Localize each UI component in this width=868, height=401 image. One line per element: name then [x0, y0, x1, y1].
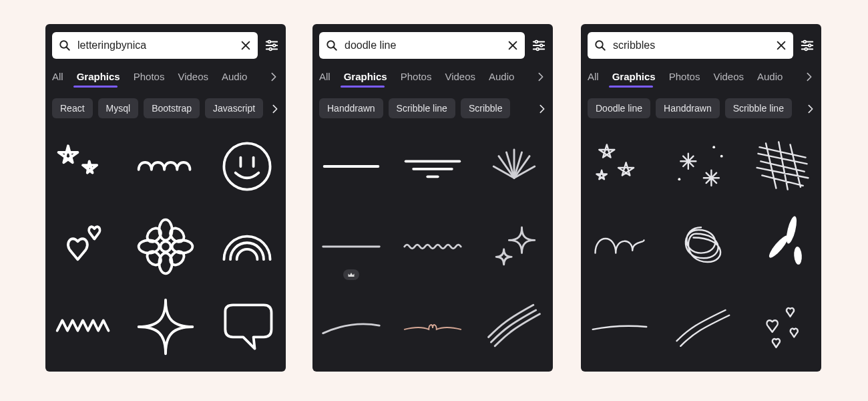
svg-point-9	[269, 48, 272, 51]
result-sketchy-stars[interactable]	[588, 134, 652, 198]
result-tangle-ball[interactable]	[669, 215, 733, 279]
chevron-right-icon[interactable]	[804, 72, 815, 82]
tab-all[interactable]: All	[52, 71, 63, 82]
result-burst-lines[interactable]	[482, 134, 546, 198]
result-flower-doodle[interactable]	[134, 215, 198, 279]
svg-line-23	[333, 47, 337, 50]
svg-line-33	[602, 47, 605, 50]
search-row	[52, 32, 279, 59]
chip[interactable]: React	[52, 98, 93, 118]
chevron-right-icon[interactable]	[805, 104, 816, 114]
svg-point-41	[805, 48, 807, 51]
result-sparkle-dots[interactable]	[669, 134, 733, 198]
result-speech-bubble[interactable]	[215, 295, 279, 359]
search-input[interactable]	[343, 39, 507, 52]
search-icon	[326, 39, 338, 51]
chip[interactable]: Scribble line	[389, 98, 455, 118]
search-input[interactable]	[76, 39, 240, 52]
result-thin-line[interactable]	[319, 215, 383, 279]
suggestion-chips: Handdrawn Scribble line Scribble	[319, 98, 546, 118]
search-row	[588, 32, 815, 59]
results-grid	[52, 134, 279, 359]
category-tabs: All Graphics Photos Videos Audio	[588, 71, 815, 82]
clear-icon[interactable]	[507, 40, 518, 51]
tab-graphics[interactable]: Graphics	[77, 71, 120, 82]
filter-button[interactable]	[800, 38, 815, 53]
svg-point-19	[168, 225, 187, 245]
results-grid	[588, 134, 815, 359]
result-rainbow-doodle[interactable]	[215, 215, 279, 279]
result-wave-lines[interactable]	[482, 295, 546, 359]
svg-point-7	[268, 41, 271, 43]
result-dash-burst[interactable]	[750, 215, 815, 279]
chip[interactable]: Mysql	[98, 98, 139, 118]
chevron-right-icon[interactable]	[268, 72, 279, 82]
chevron-right-icon[interactable]	[537, 104, 548, 114]
search-box[interactable]	[52, 32, 258, 59]
result-hearts-cluster[interactable]	[750, 295, 815, 359]
result-squiggle-line[interactable]	[401, 215, 465, 279]
result-brush-line[interactable]	[319, 134, 383, 198]
tab-videos[interactable]: Videos	[713, 71, 744, 82]
search-box[interactable]	[319, 32, 525, 59]
svg-point-10	[224, 143, 270, 189]
chip[interactable]: Scribble line	[725, 98, 792, 118]
chip[interactable]: Handdrawn	[656, 98, 720, 118]
chevron-right-icon[interactable]	[535, 72, 546, 82]
tab-videos[interactable]: Videos	[178, 71, 208, 82]
tab-photos[interactable]: Photos	[401, 71, 432, 82]
svg-point-44	[678, 178, 680, 180]
tab-all[interactable]: All	[319, 71, 331, 82]
tab-audio[interactable]: Audio	[489, 71, 514, 82]
category-tabs: All Graphics Photos Videos Audio	[319, 71, 546, 82]
result-sparkle-stars[interactable]	[482, 215, 546, 279]
tab-graphics[interactable]: Graphics	[344, 71, 387, 82]
search-icon	[59, 39, 71, 51]
chip[interactable]: Bootstrap	[144, 98, 200, 118]
svg-point-43	[720, 155, 723, 158]
filter-button[interactable]	[531, 38, 546, 53]
suggestion-chips: React Mysql Bootstrap Javascript	[52, 98, 279, 118]
tab-all[interactable]: All	[588, 71, 599, 82]
svg-point-39	[804, 41, 807, 43]
svg-point-18	[144, 225, 164, 245]
result-hatch-scribble[interactable]	[750, 134, 815, 198]
result-zigzag-doodle[interactable]	[52, 295, 116, 359]
chip[interactable]: Doodle line	[588, 98, 650, 118]
chip[interactable]: Scribble	[461, 98, 511, 118]
results-grid	[319, 134, 546, 359]
svg-point-40	[809, 44, 811, 47]
search-input[interactable]	[612, 39, 776, 52]
filter-button[interactable]	[264, 38, 279, 53]
svg-point-30	[540, 44, 543, 47]
clear-icon[interactable]	[776, 40, 787, 51]
suggestion-chips: Doodle line Handdrawn Scribble line	[588, 98, 815, 118]
tab-photos[interactable]: Photos	[134, 71, 165, 82]
result-curly-loop[interactable]	[588, 215, 652, 279]
search-box[interactable]	[588, 32, 793, 59]
tab-audio[interactable]: Audio	[757, 71, 783, 82]
result-swoosh-line[interactable]	[319, 295, 383, 359]
tab-photos[interactable]: Photos	[669, 71, 700, 82]
tab-underline	[609, 86, 653, 88]
result-double-underline[interactable]	[401, 134, 465, 198]
result-sparkle-diamond[interactable]	[134, 295, 198, 359]
result-loop-doodle[interactable]	[134, 134, 198, 198]
result-flowing-lines[interactable]	[669, 295, 733, 359]
tab-audio[interactable]: Audio	[222, 71, 247, 82]
result-heart-line[interactable]	[401, 295, 465, 359]
svg-point-8	[273, 44, 276, 47]
chip[interactable]: Handdrawn	[319, 98, 383, 118]
clear-icon[interactable]	[240, 40, 251, 51]
result-hearts-doodle[interactable]	[52, 215, 116, 279]
result-stars-doodle[interactable]	[52, 134, 116, 198]
chevron-right-icon[interactable]	[270, 104, 280, 114]
svg-point-47	[793, 247, 802, 265]
result-smiley-face[interactable]	[215, 134, 279, 198]
tab-videos[interactable]: Videos	[445, 71, 475, 82]
result-brush-stroke[interactable]	[588, 295, 652, 359]
svg-point-46	[767, 233, 791, 260]
search-row	[319, 32, 546, 59]
chip[interactable]: Javascript	[205, 98, 263, 118]
tab-graphics[interactable]: Graphics	[612, 71, 656, 82]
